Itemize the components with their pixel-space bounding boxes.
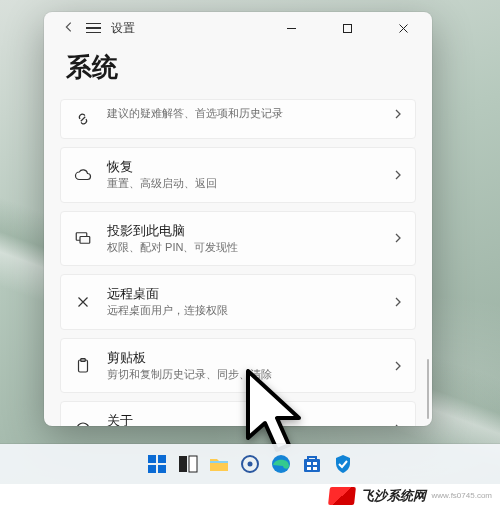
item-title: 剪贴板 [107,349,379,367]
titlebar: 设置 [44,12,432,44]
back-button[interactable] [62,20,76,37]
page-title: 系统 [66,50,410,85]
chevron-right-icon [393,357,403,375]
svg-rect-0 [343,24,351,32]
svg-rect-8 [148,465,156,473]
window-title: 设置 [111,20,135,37]
item-title: 关于 [107,412,379,426]
watermark-bar: 飞沙系统网 www.fs0745.com [0,484,500,507]
item-subtitle: 剪切和复制历史记录、同步、清除 [107,367,379,382]
menu-button[interactable] [86,23,101,34]
svg-rect-7 [158,455,166,463]
brand-text: 飞沙系统网 [361,487,426,505]
svg-rect-17 [313,462,317,465]
settings-window: 设置 系统 建议的疑难解答、首选项和历史记录 [44,12,432,426]
svg-rect-18 [307,467,311,470]
scrollbar-thumb[interactable] [427,359,429,419]
chevron-right-icon [393,293,403,311]
item-subtitle: 重置、高级启动、返回 [107,176,379,191]
security-button[interactable] [331,452,355,476]
link-icon [73,110,93,128]
settings-item-clipboard[interactable]: 剪贴板 剪切和复制历史记录、同步、清除 [60,338,416,394]
brand-flag-icon [328,487,356,505]
chevron-right-icon [393,229,403,247]
edge-button[interactable] [269,452,293,476]
svg-rect-16 [307,462,311,465]
taskview-button[interactable] [176,452,200,476]
info-icon [73,420,93,426]
cloud-icon [73,166,93,184]
cast-icon [73,229,93,247]
chevron-right-icon [393,105,403,123]
maximize-button[interactable] [324,12,370,44]
settings-item-about[interactable]: 关于 设备规格、重命名电脑、Wind 规格 [60,401,416,426]
remote-icon [73,293,93,311]
chevron-right-icon [393,420,403,426]
settings-list: 建议的疑难解答、首选项和历史记录 恢复 重置、高级启动、返回 投影到此电脑 权限… [44,99,432,426]
settings-item-project[interactable]: 投影到此电脑 权限、配对 PIN、可发现性 [60,211,416,267]
svg-rect-10 [179,456,187,472]
page-header: 系统 [44,44,432,99]
svg-rect-2 [80,237,90,244]
start-button[interactable] [145,452,169,476]
brand-url: www.fs0745.com [432,491,492,500]
settings-button[interactable] [238,452,262,476]
item-subtitle: 建议的疑难解答、首选项和历史记录 [107,106,379,121]
explorer-button[interactable] [207,452,231,476]
store-button[interactable] [300,452,324,476]
item-title: 远程桌面 [107,285,379,303]
svg-rect-6 [148,455,156,463]
svg-rect-19 [313,467,317,470]
settings-item-recovery[interactable]: 恢复 重置、高级启动、返回 [60,147,416,203]
svg-point-13 [248,462,253,467]
close-button[interactable] [380,12,426,44]
item-title: 投影到此电脑 [107,222,379,240]
taskbar [0,444,500,484]
item-title: 恢复 [107,158,379,176]
chevron-right-icon [393,166,403,184]
clipboard-icon [73,357,93,375]
svg-rect-11 [189,456,197,472]
svg-point-5 [77,423,89,426]
item-subtitle: 权限、配对 PIN、可发现性 [107,240,379,255]
item-subtitle: 远程桌面用户，连接权限 [107,303,379,318]
settings-item-troubleshoot[interactable]: 建议的疑难解答、首选项和历史记录 [60,99,416,139]
settings-item-remote-desktop[interactable]: 远程桌面 远程桌面用户，连接权限 [60,274,416,330]
minimize-button[interactable] [268,12,314,44]
svg-rect-9 [158,465,166,473]
svg-rect-15 [304,459,320,472]
